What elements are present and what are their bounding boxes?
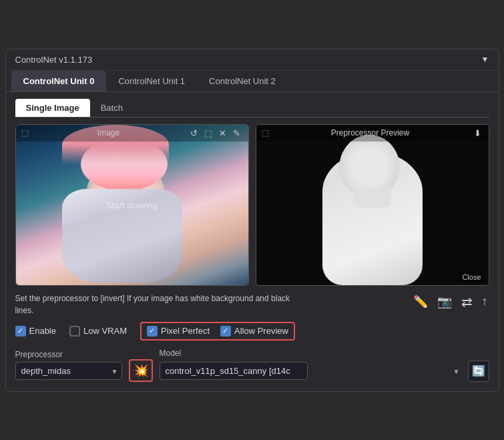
- reset-button[interactable]: ↺: [188, 128, 200, 139]
- image-input-box: ⬚ Image ↺ ⬚ ✕ ✎ Start draw: [15, 124, 249, 286]
- sub-tab-single-image[interactable]: Single Image: [15, 99, 90, 117]
- refresh-icon: 🔄: [472, 365, 485, 377]
- pixel-perfect-label: Pixel Perfect: [161, 326, 210, 336]
- panel-content: Single Image Batch ⬚ Image ↺ ⬚ ✕ ✎: [6, 92, 499, 391]
- preprocessor-box-header: ⬚ Preprocessor Preview ⬇: [256, 125, 489, 142]
- enable-checkbox[interactable]: [15, 326, 26, 337]
- preprocessor-preview-box: ⬚ Preprocessor Preview ⬇ Close: [256, 124, 489, 286]
- star-button-wrapper: 💥: [129, 359, 153, 382]
- info-text: Set the preprocessor to [invert] If your…: [15, 292, 300, 316]
- model-select-wrapper: control_v11p_sd15_canny [d14c control_v1…: [160, 362, 464, 380]
- edit-image-button[interactable]: ✎: [231, 128, 242, 139]
- model-row: control_v11p_sd15_canny [d14c control_v1…: [160, 361, 489, 382]
- bottom-controls: Preprocessor depth_midas canny hed mlsd …: [15, 349, 489, 382]
- star-explosion-button[interactable]: 💥: [129, 359, 153, 382]
- enable-label: Enable: [29, 326, 56, 336]
- fit-button[interactable]: ⬚: [202, 128, 214, 139]
- model-label: Model: [160, 349, 489, 358]
- low-vram-checkbox[interactable]: [69, 326, 80, 337]
- model-select[interactable]: control_v11p_sd15_canny [d14c control_v1…: [160, 362, 308, 380]
- low-vram-checkbox-item[interactable]: Low VRAM: [69, 326, 127, 337]
- tab-unit-0[interactable]: ControlNet Unit 0: [11, 71, 107, 91]
- enable-checkbox-item[interactable]: Enable: [15, 326, 56, 337]
- tab-unit-2[interactable]: ControlNet Unit 2: [197, 71, 288, 91]
- images-row: ⬚ Image ↺ ⬚ ✕ ✎ Start draw: [15, 124, 489, 286]
- icon-buttons: ✏️ 📷 ⇄ ↑: [412, 292, 489, 311]
- swap-icon-button[interactable]: ⇄: [460, 292, 474, 311]
- pixel-perfect-checkbox[interactable]: [147, 326, 158, 337]
- sub-tabs: Single Image Batch: [15, 99, 489, 118]
- allow-preview-label: Allow Preview: [234, 326, 288, 336]
- download-preview-button[interactable]: ⬇: [472, 128, 483, 139]
- title-dropdown-arrow[interactable]: ▼: [481, 55, 489, 64]
- image-frame-icon: ⬚: [21, 128, 29, 138]
- main-tabs: ControlNet Unit 0 ControlNet Unit 1 Cont…: [6, 71, 499, 92]
- allow-preview-checkbox-item[interactable]: Allow Preview: [220, 326, 288, 337]
- preprocessor-preview-label: Preprocessor Preview: [331, 128, 409, 138]
- anime-image-display[interactable]: Start drawing: [16, 125, 248, 285]
- image-box-label: Image: [97, 128, 119, 138]
- preprocessor-label: Preprocessor: [15, 350, 122, 359]
- image-box-actions: ↺ ⬚ ✕ ✎: [188, 128, 242, 139]
- close-image-button[interactable]: ✕: [217, 128, 228, 139]
- title-bar: ControlNet v1.1.173 ▼: [6, 49, 499, 71]
- highlighted-checkboxes: Pixel Perfect Allow Preview: [140, 322, 295, 341]
- preprocessor-select[interactable]: depth_midas canny hed mlsd normal_map op…: [15, 362, 122, 380]
- image-box-header: ⬚ Image ↺ ⬚ ✕ ✎: [16, 125, 248, 142]
- checkboxes-row: Enable Low VRAM Pixel Perfect Allow Prev…: [15, 322, 489, 341]
- tab-unit-1[interactable]: ControlNet Unit 1: [106, 71, 197, 91]
- preprocessor-frame-icon: ⬚: [262, 128, 269, 138]
- edit-icon-button[interactable]: ✏️: [412, 293, 429, 310]
- low-vram-label: Low VRAM: [83, 326, 127, 336]
- model-field: Model control_v11p_sd15_canny [d14c cont…: [160, 349, 489, 382]
- upload-icon-button[interactable]: ↑: [481, 293, 489, 310]
- info-row: Set the preprocessor to [invert] If your…: [15, 292, 489, 316]
- model-select-arrow: ▼: [453, 367, 460, 375]
- camera-icon-button[interactable]: 📷: [436, 293, 453, 310]
- preprocessor-field: Preprocessor depth_midas canny hed mlsd …: [15, 350, 122, 380]
- sub-tab-batch[interactable]: Batch: [90, 99, 134, 117]
- preprocessor-select-wrapper: depth_midas canny hed mlsd normal_map op…: [15, 362, 122, 380]
- allow-preview-checkbox[interactable]: [220, 326, 231, 337]
- panel-title: ControlNet v1.1.173: [15, 55, 93, 65]
- pixel-perfect-checkbox-item[interactable]: Pixel Perfect: [147, 326, 210, 337]
- close-preview-button[interactable]: Close: [459, 272, 484, 282]
- preprocessor-image-display: [256, 125, 489, 285]
- refresh-model-button[interactable]: 🔄: [468, 361, 489, 382]
- controlnet-panel: ControlNet v1.1.173 ▼ ControlNet Unit 0 …: [5, 49, 499, 392]
